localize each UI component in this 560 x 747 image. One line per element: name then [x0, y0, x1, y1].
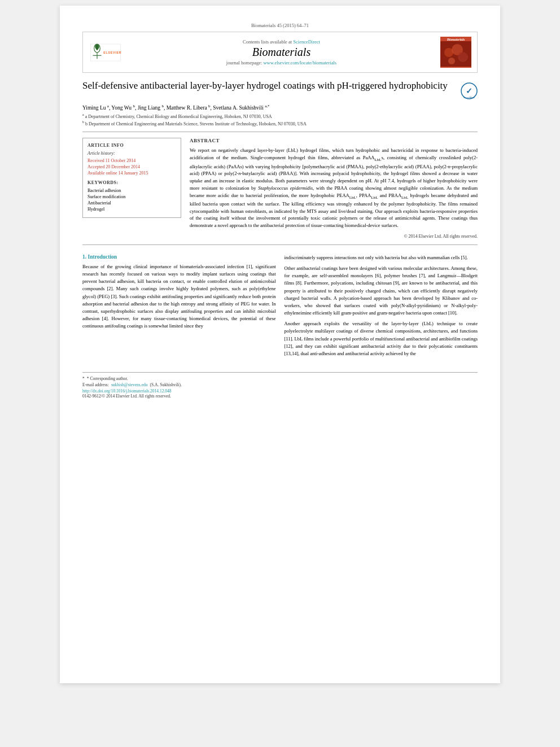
header-divider: [82, 132, 478, 132]
body-left-col: 1. Introduction Because of the growing c…: [82, 254, 276, 361]
homepage-link[interactable]: www.elsevier.com/locate/biomaterials: [263, 60, 336, 65]
doi-link[interactable]: http://dx.doi.org/10.1016/j.biomaterials…: [82, 388, 172, 394]
article-info-heading: ARTICLE INFO: [88, 143, 176, 148]
intro-para-2: indiscriminately suppress interactions n…: [285, 254, 478, 261]
date-available: Available online 14 January 2015: [88, 171, 176, 176]
keyword-1: Bacterial adhesion: [88, 188, 176, 193]
info-abstract-section: ARTICLE INFO Article history: Received 1…: [82, 138, 478, 238]
svg-text:✓: ✓: [466, 86, 473, 95]
footer: * * Corresponding author. E-mail address…: [82, 372, 478, 399]
article-title-section: Self-defensive antibacterial layer-by-la…: [82, 80, 478, 99]
elsevier-logo: ELSEVIER: [89, 41, 123, 64]
svg-point-8: [458, 52, 468, 62]
keyword-2: Surface modification: [88, 194, 176, 199]
abstract-text: We report on negatively charged layer-by…: [190, 147, 478, 229]
keywords-section: Keywords: Bacterial adhesion Surface mod…: [88, 180, 176, 212]
journal-ref: Biomaterials 45 (2015) 64–71: [82, 23, 478, 28]
svg-text:ELSEVIER: ELSEVIER: [103, 51, 121, 54]
section-1-heading: 1. Introduction: [82, 254, 276, 260]
intro-para-3: Other antibacterial coatings have been d…: [285, 265, 478, 317]
footnote-star: *: [82, 376, 85, 381]
body-section: 1. Introduction Because of the growing c…: [82, 254, 478, 361]
keyword-3: Antibacterial: [88, 200, 176, 206]
intro-para-1: Because of the growing clinical importan…: [82, 263, 276, 330]
email-note: E-mail address: sukhish@stevens.edu (S.A…: [82, 382, 478, 387]
article-title: Self-defensive antibacterial layer-by-la…: [82, 80, 461, 92]
page: Biomaterials 45 (2015) 64–71 ELSEVIER Co…: [60, 6, 500, 683]
authors-line: Yiming Lu a, Yong Wu b, Jing Liang b, Ma…: [82, 104, 478, 111]
intro-para-4: Another approach exploits the versatilit…: [285, 320, 478, 357]
crossmark-icon[interactable]: ✓ CrossMark: [461, 82, 478, 99]
contents-line: Contents lists available at ScienceDirec…: [123, 39, 440, 45]
email-link[interactable]: sukhish@stevens.edu: [111, 382, 148, 387]
date-accepted: Accepted 20 December 2014: [88, 164, 176, 169]
elsevier-logo-svg: ELSEVIER: [89, 41, 123, 64]
affiliation-b: b b Department of Chemical Engineering a…: [82, 120, 478, 126]
date-received: Received 11 October 2014: [88, 158, 176, 163]
journal-ref-text: Biomaterials 45 (2015) 64–71: [251, 23, 309, 28]
svg-point-9: [448, 58, 455, 64]
biomaterials-cover-image: Biomaterials: [440, 37, 471, 68]
keyword-4: Hydrogel: [88, 207, 176, 212]
journal-header-text: Contents lists available at ScienceDirec…: [123, 39, 440, 65]
corresponding-author-note: * * Corresponding author.: [82, 376, 478, 381]
copyright-line: © 2014 Elsevier Ltd. All rights reserved…: [190, 234, 478, 239]
body-two-col: 1. Introduction Because of the growing c…: [82, 254, 478, 361]
body-divider: [82, 244, 478, 245]
journal-title: Biomaterials: [123, 46, 440, 59]
keywords-heading: Keywords:: [88, 180, 176, 185]
article-info-column: ARTICLE INFO Article history: Received 1…: [82, 138, 181, 238]
body-right-col: indiscriminately suppress interactions n…: [285, 254, 478, 361]
article-history-label: Article history:: [88, 151, 176, 156]
abstract-heading: ABSTRACT: [190, 138, 478, 143]
issn-line: 0142-9612/© 2014 Elsevier Ltd. All right…: [82, 394, 478, 399]
svg-text:CrossMark: CrossMark: [463, 96, 474, 99]
doi-line: http://dx.doi.org/10.1016/j.biomaterials…: [82, 388, 478, 394]
journal-header: ELSEVIER Contents lists available at Sci…: [82, 32, 478, 73]
affiliation-a: a a Department of Chemistry, Chemical Bi…: [82, 113, 478, 119]
article-info-box: ARTICLE INFO Article history: Received 1…: [82, 138, 181, 218]
abstract-column: ABSTRACT We report on negatively charged…: [190, 138, 478, 238]
sciencedirect-link[interactable]: ScienceDirect: [293, 39, 320, 45]
homepage-line: journal homepage: www.elsevier.com/locat…: [123, 60, 440, 65]
cover-image-svg: [440, 41, 471, 67]
